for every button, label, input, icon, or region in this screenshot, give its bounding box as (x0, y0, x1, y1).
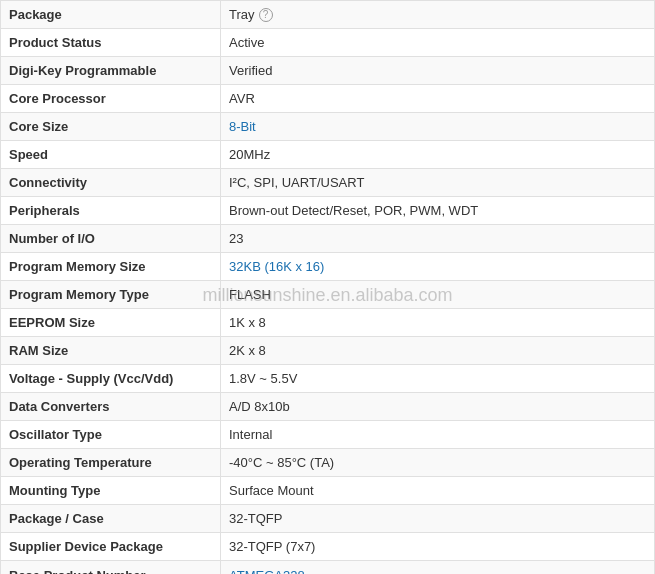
table-row: ConnectivityI²C, SPI, UART/USART (1, 169, 654, 197)
specs-table: PackageTray?Product StatusActiveDigi-Key… (0, 0, 655, 574)
table-row: PeripheralsBrown-out Detect/Reset, POR, … (1, 197, 654, 225)
table-row: Number of I/O23 (1, 225, 654, 253)
spec-label: Mounting Type (1, 477, 221, 504)
spec-label: Package (1, 1, 221, 28)
spec-value: ATMEGA328 (221, 561, 654, 574)
help-icon[interactable]: ? (259, 8, 273, 22)
table-row: Base Product NumberATMEGA328 (1, 561, 654, 574)
table-row: Digi-Key ProgrammableVerified (1, 57, 654, 85)
spec-label: Operating Temperature (1, 449, 221, 476)
spec-value: Tray? (221, 1, 654, 28)
spec-value: 32-TQFP (221, 505, 654, 532)
spec-label: Peripherals (1, 197, 221, 224)
spec-label: Core Size (1, 113, 221, 140)
spec-label: Speed (1, 141, 221, 168)
spec-value: I²C, SPI, UART/USART (221, 169, 654, 196)
spec-label: Base Product Number (1, 561, 221, 574)
spec-value-link[interactable]: 32KB (16K x 16) (229, 259, 324, 274)
spec-value: Internal (221, 421, 654, 448)
spec-value: -40°C ~ 85°C (TA) (221, 449, 654, 476)
table-row: Voltage - Supply (Vcc/Vdd)1.8V ~ 5.5V (1, 365, 654, 393)
spec-label: Program Memory Type (1, 281, 221, 308)
spec-label: Product Status (1, 29, 221, 56)
table-row: Package / Case32-TQFP (1, 505, 654, 533)
spec-value: A/D 8x10b (221, 393, 654, 420)
spec-value: Surface Mount (221, 477, 654, 504)
table-row: Operating Temperature-40°C ~ 85°C (TA) (1, 449, 654, 477)
spec-value: 8-Bit (221, 113, 654, 140)
spec-value: Verified (221, 57, 654, 84)
specs-table-wrapper: PackageTray?Product StatusActiveDigi-Key… (0, 0, 655, 574)
spec-value: 1K x 8 (221, 309, 654, 336)
spec-label: Oscillator Type (1, 421, 221, 448)
table-row: Program Memory Size32KB (16K x 16) (1, 253, 654, 281)
spec-label: Digi-Key Programmable (1, 57, 221, 84)
table-row: Supplier Device Package32-TQFP (7x7) (1, 533, 654, 561)
table-row: Program Memory TypeFLASH (1, 281, 654, 309)
table-row: Product StatusActive (1, 29, 654, 57)
spec-label: Number of I/O (1, 225, 221, 252)
table-row: Speed20MHz (1, 141, 654, 169)
spec-value-text: Tray (229, 7, 255, 22)
spec-value-link[interactable]: 8-Bit (229, 119, 256, 134)
spec-value-link[interactable]: ATMEGA328 (229, 568, 305, 575)
spec-value: 23 (221, 225, 654, 252)
spec-value: 20MHz (221, 141, 654, 168)
spec-label: RAM Size (1, 337, 221, 364)
spec-value: AVR (221, 85, 654, 112)
spec-label: Core Processor (1, 85, 221, 112)
spec-value: 32KB (16K x 16) (221, 253, 654, 280)
spec-value: Active (221, 29, 654, 56)
table-row: EEPROM Size1K x 8 (1, 309, 654, 337)
spec-value: 2K x 8 (221, 337, 654, 364)
table-row: RAM Size2K x 8 (1, 337, 654, 365)
table-row: Oscillator TypeInternal (1, 421, 654, 449)
table-row: Mounting TypeSurface Mount (1, 477, 654, 505)
spec-label: EEPROM Size (1, 309, 221, 336)
spec-value: 1.8V ~ 5.5V (221, 365, 654, 392)
table-row: Data ConvertersA/D 8x10b (1, 393, 654, 421)
spec-label: Voltage - Supply (Vcc/Vdd) (1, 365, 221, 392)
spec-value: FLASH (221, 281, 654, 308)
spec-label: Connectivity (1, 169, 221, 196)
table-row: Core Size8-Bit (1, 113, 654, 141)
table-row: Core ProcessorAVR (1, 85, 654, 113)
spec-label: Supplier Device Package (1, 533, 221, 560)
spec-label: Program Memory Size (1, 253, 221, 280)
spec-value: Brown-out Detect/Reset, POR, PWM, WDT (221, 197, 654, 224)
table-row: PackageTray? (1, 1, 654, 29)
spec-label: Package / Case (1, 505, 221, 532)
spec-value: 32-TQFP (7x7) (221, 533, 654, 560)
spec-label: Data Converters (1, 393, 221, 420)
